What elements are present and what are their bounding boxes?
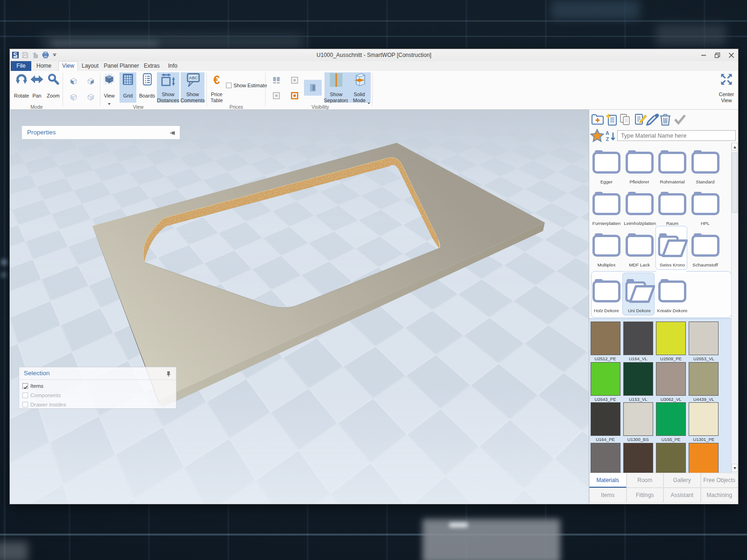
rotate-icon <box>15 73 28 85</box>
folder-schaumstoff[interactable]: Schaumstoff <box>690 230 721 258</box>
swatch-U4439_VL[interactable] <box>689 362 719 396</box>
minimize-button[interactable] <box>701 52 706 58</box>
visibility-panels-button[interactable] <box>273 77 280 86</box>
swatch-U2512_PE[interactable] <box>591 322 620 355</box>
scroll-up-button[interactable] <box>732 143 738 151</box>
scroll-thumb[interactable] <box>732 153 738 213</box>
components-checkbox[interactable] <box>22 392 28 398</box>
tab-machining[interactable]: Machining <box>701 488 739 503</box>
swatch-row4-4[interactable] <box>689 443 719 473</box>
tab-gallery[interactable]: Gallery <box>663 473 701 488</box>
tab-room[interactable]: Room <box>627 473 664 488</box>
folder-standard[interactable]: Standard <box>690 147 721 175</box>
new-material-button[interactable] <box>605 113 618 126</box>
swatch-U153_VL[interactable] <box>623 362 653 396</box>
visibility-board-button[interactable] <box>304 80 322 96</box>
swatch-U164_PE[interactable] <box>591 402 620 436</box>
visibility-inner-button[interactable] <box>273 92 280 101</box>
swatch-U164_VL[interactable] <box>623 322 653 355</box>
tab-view[interactable]: View <box>58 61 78 71</box>
drawer-insides-checkbox[interactable] <box>22 402 28 407</box>
materials-scrollbar[interactable] <box>731 143 738 473</box>
folder-icon <box>658 275 687 303</box>
copy-button[interactable] <box>619 113 631 126</box>
swatch-U2643_PE[interactable] <box>591 362 620 396</box>
show-comments-button[interactable]: ABC Show Comments <box>181 72 204 103</box>
visibility-frame-button[interactable] <box>291 77 298 86</box>
folder-rohmaterial[interactable]: Rohmaterial <box>657 147 688 175</box>
price-table-button[interactable]: € Price Table <box>209 72 225 103</box>
tab-assistant[interactable]: Assistant <box>663 488 701 503</box>
eyedropper-button[interactable] <box>646 113 659 126</box>
tab-materials[interactable]: Materials <box>589 473 627 488</box>
solid-mode-button[interactable]: Solid Mode <box>348 72 371 103</box>
tab-items[interactable]: Items <box>589 488 627 503</box>
close-button[interactable] <box>728 52 734 58</box>
folder-pfleiderer[interactable]: Pfleiderer <box>624 147 655 175</box>
restore-button[interactable] <box>714 52 720 58</box>
new-folder-button[interactable] <box>591 113 604 126</box>
center-view-button[interactable]: Center View <box>716 72 737 103</box>
view-cube-icon <box>103 73 116 86</box>
center-view-icon <box>720 73 733 86</box>
swatch-row4-1[interactable] <box>591 443 620 473</box>
view-iso-back-left-button[interactable] <box>70 93 78 103</box>
folder-icon <box>592 275 621 303</box>
folder-leimholzplatten[interactable]: Leimholzplatten <box>624 188 655 216</box>
pan-button[interactable]: Pan <box>30 72 44 103</box>
folder-furnierplatten[interactable]: Furnierplatten <box>591 188 622 216</box>
properties-panel[interactable]: Properties <box>21 126 180 140</box>
swatch-U3062_VL[interactable] <box>656 362 686 396</box>
confirm-button[interactable] <box>673 113 686 126</box>
swatch-row4-2[interactable] <box>623 443 653 473</box>
folder-label: Holz Dekore <box>591 308 622 313</box>
favorites-star-button[interactable] <box>590 129 604 143</box>
folder-uni-dekore[interactable]: Uni Dekore <box>624 275 655 304</box>
swatch-U1301_PE[interactable] <box>689 402 719 436</box>
krono-box-join <box>656 270 686 273</box>
tab-extras[interactable]: Extras <box>142 61 162 71</box>
rotate-button[interactable]: Rotate <box>14 72 29 103</box>
swatch-area: U2512_PEU164_VLU2509_PEU2653_VLU2643_PEU… <box>589 318 738 473</box>
tab-free-objects[interactable]: Free Objects <box>701 473 739 488</box>
folder-holz-dekore[interactable]: Holz Dekore <box>591 275 622 303</box>
zoom-button[interactable]: Zoom <box>45 72 61 103</box>
folder-raum[interactable]: Raum <box>657 188 688 216</box>
tab-fittings[interactable]: Fittings <box>627 488 664 503</box>
swatch-row4-3[interactable] <box>656 443 686 473</box>
tab-layout[interactable]: Layout <box>78 61 102 71</box>
tab-home[interactable]: Home <box>32 61 56 71</box>
grid-button[interactable]: Grid <box>120 72 136 103</box>
view-iso-right-button[interactable] <box>87 77 95 87</box>
swatch-U1300_BS[interactable] <box>623 402 653 436</box>
swatch-U2653_VL[interactable] <box>689 322 719 355</box>
swatch-U155_PE[interactable] <box>656 402 686 436</box>
edit-material-button[interactable] <box>634 113 647 126</box>
viewport-3d[interactable]: Properties Selection <box>10 110 589 504</box>
scroll-down-button[interactable] <box>732 464 738 472</box>
view-iso-back-right-button[interactable] <box>87 93 95 103</box>
visibility-orange-button[interactable] <box>291 92 298 101</box>
search-input[interactable] <box>617 130 736 141</box>
swatch-U2509_PE[interactable] <box>656 322 686 355</box>
delete-button[interactable] <box>659 113 671 126</box>
folder-kreativ-dekore[interactable]: Kreativ Dekore <box>657 275 688 303</box>
folder-egger[interactable]: Egger <box>591 147 622 175</box>
items-checkbox[interactable] <box>22 383 28 389</box>
tab-file[interactable]: File <box>11 61 31 71</box>
folder-hpl[interactable]: HPL <box>690 188 721 216</box>
pin-horizontal-icon[interactable] <box>169 130 176 136</box>
show-estimate-checkbox[interactable] <box>226 83 232 88</box>
selection-panel[interactable]: Selection Items Components <box>19 367 176 409</box>
show-distances-button[interactable]: Show Distances <box>157 72 179 103</box>
view-button[interactable]: View <box>101 72 118 103</box>
pin-vertical-icon[interactable] <box>166 371 171 377</box>
folder-multiplex[interactable]: Multiplex <box>591 230 622 258</box>
folder-icon <box>625 188 654 216</box>
view-iso-left-button[interactable] <box>70 77 78 87</box>
tab-info[interactable]: Info <box>163 61 182 71</box>
tab-panel-planner[interactable]: Panel Planner <box>103 61 140 71</box>
folder-mdf-lack[interactable]: MDF Lack <box>624 230 655 258</box>
sort-az-button[interactable]: A Z <box>604 130 616 143</box>
folder-swiss-krono[interactable]: Swiss Krono <box>657 230 688 259</box>
